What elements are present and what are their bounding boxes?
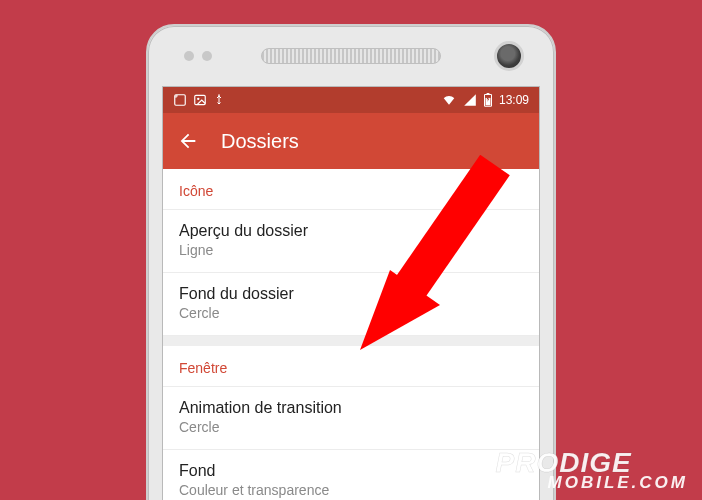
phone-top (148, 26, 554, 86)
status-bar: 13:09 (163, 87, 539, 113)
item-subtitle: Cercle (179, 305, 523, 321)
item-title: Aperçu du dossier (179, 222, 523, 240)
item-subtitle: Couleur et transparence (179, 482, 523, 498)
item-apercu-dossier[interactable]: Aperçu du dossier Ligne (163, 210, 539, 273)
svg-rect-5 (487, 93, 490, 94)
phone-screen: 13:09 Dossiers Icône Aperçu du dossier L… (162, 86, 540, 500)
section-header-icone: Icône (163, 169, 539, 210)
app-bar: Dossiers (163, 113, 539, 169)
item-title: Fond du dossier (179, 285, 523, 303)
settings-list: Icône Aperçu du dossier Ligne Fond du do… (163, 169, 539, 500)
battery-icon (483, 93, 493, 107)
item-subtitle: Ligne (179, 242, 523, 258)
sensor-dots (184, 51, 212, 61)
usb-icon (213, 93, 225, 107)
section-header-fenetre: Fenêtre (163, 346, 539, 387)
status-time: 13:09 (499, 93, 529, 107)
front-camera (494, 41, 524, 71)
item-title: Fond (179, 462, 523, 480)
item-animation-transition[interactable]: Animation de transition Cercle (163, 387, 539, 450)
svg-point-2 (197, 98, 199, 100)
phone-frame: 13:09 Dossiers Icône Aperçu du dossier L… (146, 24, 556, 500)
watermark-line2: MOBILE.COM (548, 475, 689, 490)
screenshot-icon (173, 93, 187, 107)
svg-rect-1 (195, 95, 206, 104)
svg-point-3 (218, 94, 220, 96)
image-icon (193, 93, 207, 107)
item-subtitle: Cercle (179, 419, 523, 435)
item-fond[interactable]: Fond Couleur et transparence (163, 450, 539, 500)
wifi-icon (441, 93, 457, 107)
back-icon[interactable] (177, 130, 199, 152)
earpiece-speaker (261, 48, 441, 64)
page-title: Dossiers (221, 130, 299, 153)
signal-icon (463, 93, 477, 107)
item-title: Animation de transition (179, 399, 523, 417)
item-fond-dossier[interactable]: Fond du dossier Cercle (163, 273, 539, 336)
